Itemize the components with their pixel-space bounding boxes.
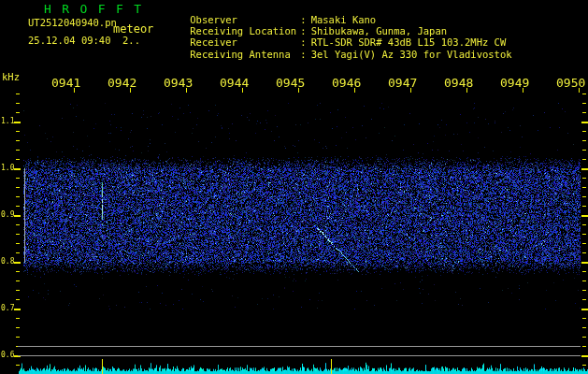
info-value: 3el Yagi(V) Az 330 for Vladivostok	[311, 49, 512, 60]
time-tick-label: 0948	[444, 77, 473, 89]
freq-tick-label: 0.6	[1, 352, 14, 359]
freq-tick-label: 1.0	[1, 165, 14, 172]
datetime-label: 25.12.04 09:40	[28, 36, 111, 46]
app-title: H R O F F T	[44, 3, 143, 15]
time-tick-label: 0949	[500, 77, 529, 89]
time-tick-label: 0942	[108, 77, 136, 89]
time-tick-label: 0941	[51, 77, 80, 89]
info-row-antenna: Receiving Antenna:3el Yagi(V) Az 330 for…	[166, 39, 512, 69]
freq-tick-label: 1.1	[1, 118, 14, 125]
freq-axis-unit: kHz	[2, 72, 20, 82]
time-tick-label: 0944	[220, 77, 249, 89]
mode-label: meteor	[113, 23, 153, 35]
freq-tick-label: 0.7	[1, 305, 14, 312]
hrofft-screen: H R O F F T UT2512040940.pn meteor 25.12…	[0, 0, 588, 374]
info-separator: :	[300, 49, 306, 60]
time-tick-label: 0946	[332, 77, 361, 89]
info-label: Receiving Antenna	[190, 50, 300, 60]
time-tick-label: 0945	[276, 77, 305, 89]
time-tick-label: 0943	[164, 77, 193, 89]
echo-count: 2..	[122, 36, 140, 46]
filename-label: UT2512040940.pn	[28, 18, 117, 28]
freq-tick-label: 0.9	[1, 211, 14, 219]
time-tick-label: 0947	[388, 77, 417, 89]
freq-tick-label: 0.8	[1, 258, 14, 266]
time-tick-label: 0950	[556, 77, 585, 89]
